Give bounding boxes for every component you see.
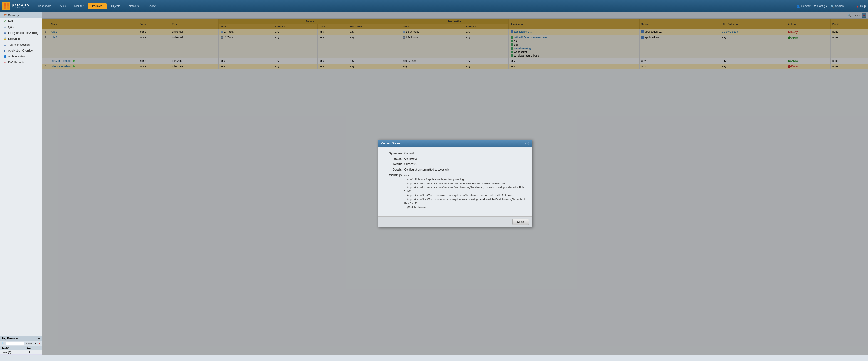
tag-item-count: 1 item <box>26 342 32 345</box>
operation-label: Operation <box>383 152 402 155</box>
sidebar-label-decryption: Decryption <box>8 37 21 40</box>
sidebar-item-pbf[interactable]: ⊕ Policy Based Forwarding <box>0 30 42 36</box>
appoverride-icon: ◧ <box>3 49 7 53</box>
result-label: Result <box>383 163 402 166</box>
sidebar-label-tunnel: Tunnel Inspection <box>8 43 30 46</box>
sidebar-item-auth[interactable]: 👤 Authentication <box>0 54 42 60</box>
minimize-icon[interactable]: ─ <box>38 337 40 340</box>
sidebar-item-qos[interactable]: ◈ QoS <box>0 24 42 30</box>
rule-cell: 1-2 <box>25 350 42 355</box>
pbf-icon: ⊕ <box>3 31 7 35</box>
tab-objects[interactable]: Objects <box>107 3 124 9</box>
close-button[interactable]: Close <box>513 219 529 225</box>
modal-title: Commit Status <box>381 142 401 145</box>
help-action[interactable]: ❓ Help <box>856 4 866 8</box>
sidebar-label-auth: Authentication <box>8 55 25 58</box>
nat-icon: ⇄ <box>3 19 7 23</box>
operation-value: Commit <box>404 152 527 155</box>
warnings-label: Warnings <box>383 173 402 177</box>
modal-help-icon[interactable]: ? <box>525 142 529 145</box>
modal-operation-row: Operation Commit <box>383 152 527 155</box>
refresh-action[interactable]: ↻ <box>850 4 852 8</box>
details-value: Configuration committed successfully <box>404 168 527 171</box>
status-value: Completed <box>404 157 527 160</box>
help-icon: ❓ <box>856 4 859 8</box>
logo-area: paloalto NETWORKS <box>2 2 29 10</box>
divider <box>847 4 847 8</box>
sidebar-item-dos[interactable]: ⚠ DoS Protection <box>0 60 42 65</box>
warnings-value: vsys1: vsys1: Rule 'rule2' application d… <box>404 173 527 209</box>
sidebar-label-pbf: Policy Based Forwarding <box>8 31 38 34</box>
search-small-icon: 🔍 <box>1 342 4 345</box>
nav-tabs: Dashboard ACC Monitor Policies Objects N… <box>34 3 160 9</box>
logo-name: paloalto NETWORKS <box>12 3 29 9</box>
modal-header-icons: ? <box>525 142 529 145</box>
tab-acc[interactable]: ACC <box>56 3 70 9</box>
refresh-icon: ↻ <box>850 4 852 8</box>
shield-icon: 🛡 <box>3 13 7 17</box>
tab-network[interactable]: Network <box>125 3 143 9</box>
modal-footer: Close <box>378 217 532 227</box>
svg-rect-0 <box>4 3 6 6</box>
tab-monitor[interactable]: Monitor <box>70 3 87 9</box>
tab-policies[interactable]: Policies <box>88 3 106 9</box>
commit-modal: Commit Status ? Operation Commit Status … <box>378 140 532 227</box>
sidebar-label-qos: QoS <box>8 26 13 29</box>
tab-device[interactable]: Device <box>143 3 160 9</box>
sidebar-label-security: Security <box>8 13 19 17</box>
modal-overlay: Commit Status ? Operation Commit Status … <box>42 12 868 355</box>
search-icon: 🔍 <box>831 4 834 8</box>
sidebar-label-dos: DoS Protection <box>8 61 27 64</box>
commit-action[interactable]: 👤 Commit <box>797 4 810 8</box>
modal-result-row: Result Successful <box>383 163 527 166</box>
tag-table: Tag(#) Rule none (2) 1-2 <box>0 346 42 355</box>
sidebar-label-nat: NAT <box>8 20 13 23</box>
topbar: paloalto NETWORKS Dashboard ACC Monitor … <box>0 0 868 12</box>
tag-browser-title: Tag Browser <box>2 337 18 340</box>
dos-icon: ⚠ <box>3 61 7 64</box>
svg-rect-2 <box>4 6 6 9</box>
tag-clear-btn[interactable]: ✕ <box>38 342 40 345</box>
tag-col-header: Tag(#) <box>0 346 25 350</box>
modal-details-row: Details Configuration committed successf… <box>383 168 527 171</box>
modal-body: Operation Commit Status Completed Result… <box>378 147 532 216</box>
topbar-right: 👤 Commit ⚙ Config ▾ 🔍 Search ↻ ❓ Help <box>797 4 866 8</box>
modal-header: Commit Status ? <box>378 140 532 147</box>
svg-rect-1 <box>7 3 9 6</box>
tunnel-icon: ⊞ <box>3 43 7 46</box>
details-label: Details <box>383 168 402 171</box>
search-action[interactable]: 🔍 Search <box>831 4 844 8</box>
sidebar-label-appoverride: Application Override <box>8 49 33 52</box>
config-action[interactable]: ⚙ Config ▾ <box>814 4 828 8</box>
tag-cell: none (2) <box>0 350 25 355</box>
sidebar-item-security[interactable]: 🛡 Security <box>0 12 42 18</box>
commit-icon: 👤 <box>797 4 800 8</box>
sidebar-bottom: Tag Browser ─ 🔍 1 item ⊖ ✕ Tag(#) Rule <box>0 335 42 355</box>
rule-col-header: Rule <box>25 346 42 350</box>
config-icon: ⚙ <box>814 4 816 8</box>
decryption-icon: 🔒 <box>3 37 7 41</box>
logo-icon <box>2 2 10 10</box>
tag-search-row: 🔍 1 item ⊖ ✕ <box>0 341 42 346</box>
svg-rect-3 <box>7 6 9 9</box>
qos-icon: ◈ <box>3 25 7 29</box>
sidebar-item-decryption[interactable]: 🔒 Decryption <box>0 36 42 42</box>
content-area: 🔍 4 items ✕ Name Tags Type Source Destin… <box>42 12 868 355</box>
status-label: Status <box>383 157 402 160</box>
tab-dashboard[interactable]: Dashboard <box>34 3 55 9</box>
tag-search-input[interactable] <box>6 342 24 345</box>
result-value: Successful <box>404 163 527 166</box>
sidebar-item-appoverride[interactable]: ◧ Application Override <box>0 48 42 54</box>
modal-warnings-row: Warnings vsys1: vsys1: Rule 'rule2' appl… <box>383 173 527 209</box>
tag-minus-btn[interactable]: ⊖ <box>34 342 36 345</box>
sidebar: 🛡 Security ⇄ NAT ◈ QoS ⊕ Policy Based Fo… <box>0 12 42 355</box>
tag-browser-header: Tag Browser ─ <box>0 336 42 341</box>
tag-row[interactable]: none (2) 1-2 <box>0 350 42 355</box>
config-dropdown-icon: ▾ <box>826 4 827 8</box>
sidebar-item-tunnel[interactable]: ⊞ Tunnel Inspection <box>0 42 42 48</box>
sidebar-item-nat[interactable]: ⇄ NAT <box>0 18 42 24</box>
auth-icon: 👤 <box>3 55 7 58</box>
modal-status-row: Status Completed <box>383 157 527 160</box>
main-layout: 🛡 Security ⇄ NAT ◈ QoS ⊕ Policy Based Fo… <box>0 12 868 355</box>
